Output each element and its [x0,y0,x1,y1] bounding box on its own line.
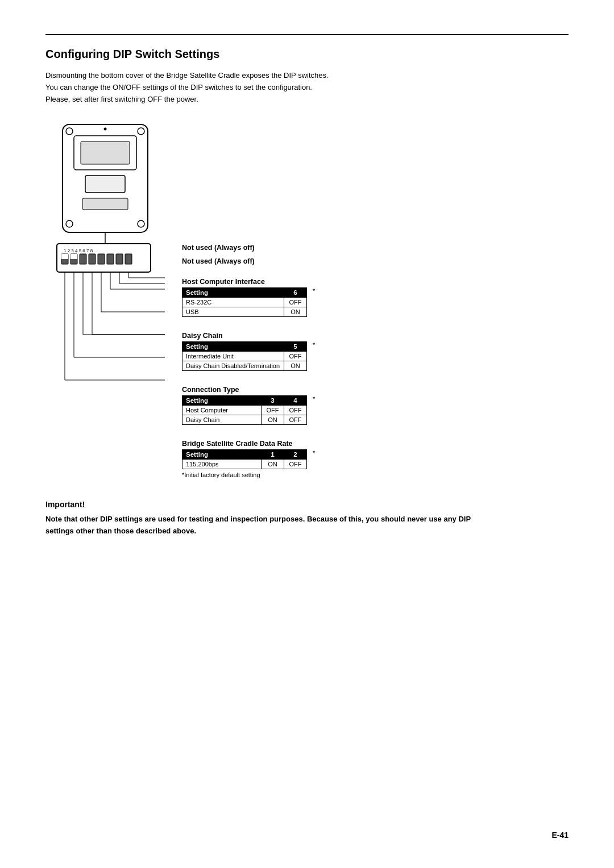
dr-row1-setting: 115,200bps [182,460,262,469]
hci-row2-setting: USB [182,307,284,317]
ct-row1-setting: Host Computer [182,406,262,415]
dr-row1-val1: ON [262,460,284,469]
data-rate-table: Setting 1 2 115,200bps ON OFF [182,449,307,469]
table-row: RS-232C OFF [182,298,307,307]
svg-rect-17 [107,254,114,264]
daisy-chain-section: Daisy Chain Setting 5 Intermediate Unit [182,332,569,371]
data-rate-label: Bridge Satellite Cradle Data Rate [182,440,569,448]
daisy-chain-table: Setting 5 Intermediate Unit OFF Daisy Ch… [182,341,307,371]
hci-row1-val: OFF [284,298,307,307]
hci-col-6: 6 [284,288,307,298]
important-section: Important! Note that other DIP settings … [45,500,569,537]
page-number: E-41 [551,831,569,840]
not-used-1-block: Not used (Always off) Not used (Always o… [182,244,569,271]
svg-point-9 [104,128,107,131]
table-row: Daisy Chain ON OFF [182,415,307,425]
svg-rect-18 [116,254,123,264]
dr-col-setting: Setting [182,450,262,460]
svg-rect-20 [61,254,68,259]
important-text: Note that other DIP settings are used fo… [45,514,500,537]
ct-col-3: 3 [262,396,284,406]
table-row: 115,200bps ON OFF [182,460,307,469]
svg-point-7 [66,220,73,227]
host-computer-section: Host Computer Interface Setting 6 RS-232… [182,278,569,317]
diagram-layout: 1 2 3 4 5 6 7 8 [45,119,569,486]
svg-rect-14 [80,254,86,264]
dc-col-setting: Setting [182,342,284,352]
device-col: 1 2 3 4 5 6 7 8 [45,119,171,414]
ct-row1-val1: OFF [262,406,284,415]
table-row: USB ON [182,307,307,317]
ct-row1-val2: OFF [284,406,307,415]
svg-point-3 [138,128,144,135]
table-row: Host Computer OFF OFF [182,406,307,415]
hci-asterisk: * [313,287,315,294]
intro-line-3: Please, set after first switching OFF th… [45,95,198,103]
dr-col-2: 2 [284,450,307,460]
dc-asterisk: * [313,341,315,348]
ct-col-4: 4 [284,396,307,406]
data-rate-section: Bridge Satellite Cradle Data Rate Settin… [182,440,569,478]
not-used-2-label: Not used (Always off) [182,257,569,265]
svg-text:1  2  3  4  5  6  7  8: 1 2 3 4 5 6 7 8 [64,248,93,253]
ct-row2-val1: ON [262,415,284,425]
intro-line-2: You can change the ON/OFF settings of th… [45,83,312,91]
svg-rect-4 [81,141,130,164]
svg-rect-19 [125,254,132,264]
table-row: Intermediate Unit OFF [182,352,307,361]
dr-row1-val2: OFF [284,460,307,469]
connection-type-section: Connection Type Setting 3 4 Host [182,386,569,425]
ct-asterisk: * [313,395,315,402]
hci-row2-val: ON [284,307,307,317]
svg-rect-16 [98,254,105,264]
tables-col: Not used (Always off) Not used (Always o… [182,119,569,486]
dc-row2-val: ON [284,361,307,371]
connection-type-table: Setting 3 4 Host Computer OFF OFF [182,395,307,425]
dc-row1-setting: Intermediate Unit [182,352,284,361]
svg-rect-5 [85,176,125,193]
daisy-chain-label: Daisy Chain [182,332,569,340]
dr-col-1: 1 [262,450,284,460]
connection-type-label: Connection Type [182,386,569,394]
svg-rect-21 [70,254,77,259]
intro-text: Dismounting the bottom cover of the Brid… [45,70,443,105]
hci-row1-setting: RS-232C [182,298,284,307]
svg-point-8 [138,220,144,227]
dc-col-5: 5 [284,342,307,352]
ct-col-setting: Setting [182,396,262,406]
dc-row2-setting: Daisy Chain Disabled/Termination [182,361,284,371]
page: Configuring DIP Switch Settings Dismount… [0,0,614,868]
important-title: Important! [45,500,569,509]
hci-col-setting: Setting [182,288,284,298]
top-rule [45,34,569,35]
host-computer-label: Host Computer Interface [182,278,569,286]
intro-line-1: Dismounting the bottom cover of the Brid… [45,71,329,80]
host-computer-table: Setting 6 RS-232C OFF USB ON [182,287,307,317]
page-title: Configuring DIP Switch Settings [45,48,569,61]
not-used-1-label: Not used (Always off) [182,244,569,252]
factory-note: *Initial factory default setting [182,471,569,478]
svg-rect-6 [82,198,128,210]
ct-row2-setting: Daisy Chain [182,415,262,425]
dr-asterisk: * [313,449,315,456]
svg-point-2 [66,128,73,135]
dc-row1-val: OFF [284,352,307,361]
ct-row2-val2: OFF [284,415,307,425]
svg-rect-15 [89,254,96,264]
table-row: Daisy Chain Disabled/Termination ON [182,361,307,371]
device-diagram: 1 2 3 4 5 6 7 8 [45,119,165,414]
